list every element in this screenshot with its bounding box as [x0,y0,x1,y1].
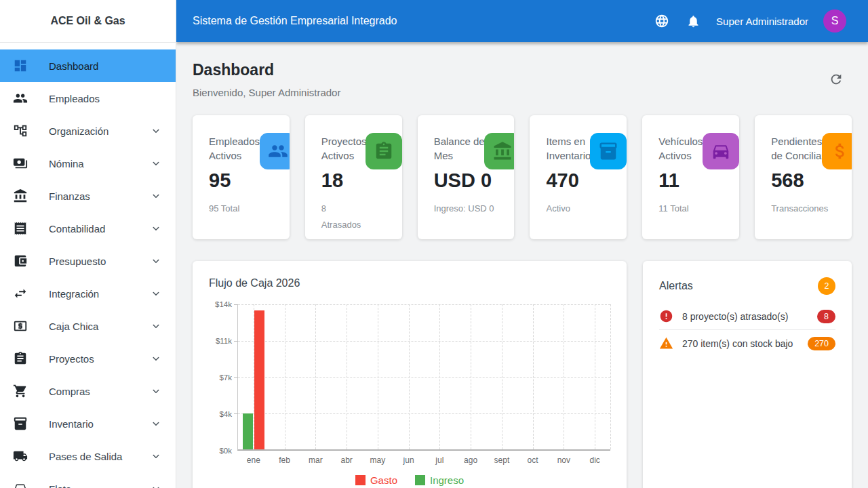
sidebar-item-presupuesto[interactable]: Presupuesto [0,245,176,277]
stat-card-value: 95 [209,169,290,192]
sidebar-item-organizacion[interactable]: Organización [0,115,176,147]
dashboard-icon [12,58,28,74]
app-title: Sistema de Gestión Empresarial Integrado [193,15,654,27]
chart-legend: GastoIngreso [209,474,610,486]
sidebar-item-empleados[interactable]: Empleados [0,82,176,115]
cash-box-icon [12,318,28,334]
legend-item-ingreso[interactable]: Ingreso [415,474,464,486]
chevron-down-icon [150,157,162,169]
sidebar-item-caja-chica[interactable]: Caja Chica [0,310,176,342]
chevron-down-icon [150,320,162,332]
stat-card-subline: Ingreso: USD 0 [434,201,515,217]
chart-x-axis: enefebmarabrmayjunjulagoseptoctnovdic [238,455,610,465]
y-tick-label: $4k [219,410,232,418]
org-tree-icon [12,123,28,139]
cart-icon [12,383,28,399]
stat-card-subline: Transacciones [771,201,852,217]
sidebar-item-label: Pases de Salida [49,451,150,462]
sidebar-item-label: Caja Chica [49,321,150,332]
x-tick-label: mar [300,455,332,465]
chevron-down-icon [150,190,162,202]
username: Super Administrador [716,16,808,27]
sidebar-item-label: Empleados [49,93,162,104]
page-header: Dashboard Bienvenido, Super Administrado… [176,42,868,100]
brand-title: ACE Oil & Gas [0,0,176,43]
stat-card-sub: 95 Total [209,201,290,217]
sidebar-item-compras[interactable]: Compras [0,375,176,407]
legend-swatch [355,475,366,485]
stat-card-value: 568 [771,169,852,192]
sidebar-item-dashboard[interactable]: Dashboard [0,49,176,82]
error-icon [659,309,673,323]
sidebar-item-label: Integración [49,288,150,300]
stat-card-items-en-inventario: Items en Inventario470Activo [530,115,627,239]
receipt-icon [12,220,28,237]
bar-slot-feb [269,304,300,449]
x-tick-label: abr [331,455,362,465]
chevron-down-icon [150,352,162,365]
x-tick-label: ago [455,455,486,465]
sidebar-item-label: Flota [49,483,150,488]
sidebar-item-label: Proyectos [49,353,150,365]
bar-slot-may [362,304,393,449]
cashflow-chart-panel: Flujo de Caja 2026 $0k$4k$7k$11k$14k ene… [193,261,627,488]
bell-icon[interactable] [685,13,701,29]
page-subtitle: Bienvenido, Super Administrador [193,85,852,100]
stat-card-vehiculos-activos: Vehículos Activos1111 Total [642,115,739,239]
stat-card-subline: 95 Total [209,201,290,217]
stat-card-balance-del-mes: Balance del MesUSD 0Ingreso: USD 0 [418,115,515,239]
stat-card-subline: 8 [321,201,402,217]
legend-item-gasto[interactable]: Gasto [355,474,397,486]
main-content: Dashboard Bienvenido, Super Administrado… [176,42,868,488]
stat-card-subline: Atrasados [321,217,402,233]
chevron-down-icon [150,255,162,267]
legend-label: Gasto [370,474,397,486]
dollar-icon [822,133,852,169]
x-tick-label: oct [517,455,549,465]
sidebar-item-nomina[interactable]: Nómina [0,147,176,180]
x-tick-label: dic [579,455,610,465]
alerts-count-badge: 2 [818,277,835,295]
stat-card-proyectos-activos: Proyectos Activos188Atrasados [305,115,402,239]
x-tick-label: nov [549,455,580,465]
sidebar-item-finanzas[interactable]: Finanzas [0,180,176,212]
topbar: Sistema de Gestión Empresarial Integrado… [176,0,868,42]
legend-swatch [415,475,425,485]
bar-slot-nov [549,304,580,449]
sidebar-item-pases-de-salida[interactable]: Pases de Salida [0,440,176,472]
inventory-icon [12,415,28,432]
wallet-icon [12,253,28,269]
sidebar-item-label: Organización [49,125,150,137]
alert-badge: 270 [808,337,835,350]
avatar[interactable]: S [823,9,846,33]
alerts-header: Alertas 2 [659,277,835,295]
alerts-title: Alertas [659,280,693,292]
stat-card-sub: 11 Total [658,201,739,217]
bar-slot-jul [425,304,456,449]
sidebar-item-proyectos[interactable]: Proyectos [0,342,176,375]
y-tick-label: $0k [219,447,232,455]
alerts-panel: Alertas 2 8 proyecto(s) atrasado(s)8270 … [643,261,852,488]
clipboard-icon [12,350,28,367]
chart-title: Flujo de Caja 2026 [209,277,610,289]
stat-card-subline: Activo [546,201,627,217]
bar-gasto-ene [254,310,264,449]
sidebar-item-contabilidad[interactable]: Contabilidad [0,212,176,245]
stat-card-value: 18 [321,169,402,192]
chevron-down-icon [150,418,162,430]
stat-card-pendientes-de-conciliar: Pendientes de Conciliar568Transacciones [755,115,852,239]
sidebar-item-inventario[interactable]: Inventario [0,407,176,440]
car-icon [12,481,28,488]
sidebar-item-flota[interactable]: Flota [0,472,176,488]
people-icon [12,90,28,106]
warning-icon [659,336,673,350]
sidebar-item-integracion[interactable]: Integración [0,277,176,310]
stat-card-value: USD 0 [434,169,515,192]
chevron-down-icon [150,483,162,488]
stat-card-value: 11 [658,169,739,192]
inventory-icon [590,133,627,169]
stat-card-empleados-activos: Empleados Activos9595 Total [193,115,290,239]
refresh-icon[interactable] [829,72,845,88]
globe-icon[interactable] [654,13,670,29]
bar-slot-sept [486,304,517,449]
